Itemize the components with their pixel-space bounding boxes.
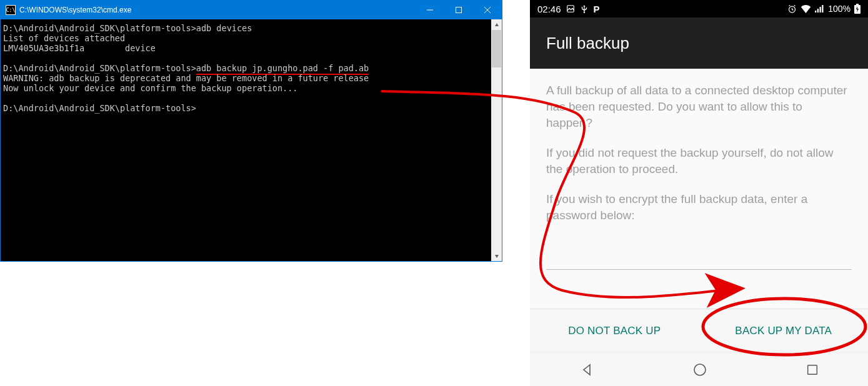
android-device: 02:46 P 100% Full backup — [529, 0, 868, 386]
status-clock: 02:46 — [537, 4, 561, 14]
backup-para-1: A full backup of all data to a connected… — [546, 82, 852, 131]
android-appbar: Full backup — [530, 17, 868, 69]
backup-dialog-actions: DO NOT BACK UP BACK UP MY DATA — [530, 309, 868, 352]
battery-charging-icon — [854, 4, 861, 14]
nav-back-icon[interactable] — [579, 362, 594, 377]
cmd-window-title: C:\WINDOWS\system32\cmd.exe — [19, 6, 416, 14]
wifi-icon — [801, 4, 811, 13]
image-icon — [566, 4, 575, 13]
nav-recent-icon[interactable] — [806, 363, 819, 377]
minimize-button[interactable] — [416, 1, 444, 19]
alarm-icon — [787, 4, 797, 14]
svg-rect-6 — [822, 5, 823, 12]
scroll-down-button[interactable] — [491, 250, 502, 261]
svg-rect-5 — [820, 7, 821, 12]
android-statusbar: 02:46 P 100% — [530, 0, 868, 17]
svg-point-9 — [694, 364, 706, 375]
cell-signal-icon — [815, 4, 824, 13]
svg-rect-8 — [856, 4, 859, 5]
close-button[interactable] — [473, 1, 502, 19]
cmd-icon: C:\ — [6, 5, 16, 15]
backup-para-3: If you wish to encrypt the full backup d… — [546, 191, 852, 224]
svg-rect-3 — [815, 11, 816, 12]
svg-rect-0 — [456, 7, 462, 13]
scroll-up-button[interactable] — [491, 19, 502, 30]
scroll-track[interactable] — [491, 30, 502, 250]
status-battery-text: 100% — [828, 4, 851, 14]
app-p-icon: P — [594, 4, 600, 14]
svg-rect-10 — [807, 365, 817, 374]
window-controls — [416, 1, 502, 19]
backup-para-2: If you did not request the backup yourse… — [546, 145, 852, 177]
scroll-thumb[interactable] — [492, 30, 501, 67]
cmd-terminal-output[interactable]: D:\Android\Android_SDK\platform-tools>ad… — [1, 19, 491, 261]
usb-icon — [580, 4, 589, 13]
back-up-my-data-button[interactable]: BACK UP MY DATA — [699, 309, 869, 352]
svg-rect-4 — [817, 9, 819, 12]
backup-password-input[interactable] — [546, 247, 852, 270]
backup-dialog-content: A full backup of all data to a connected… — [530, 69, 868, 309]
do-not-back-up-button[interactable]: DO NOT BACK UP — [530, 309, 699, 352]
cmd-window: C:\ C:\WINDOWS\system32\cmd.exe D:\Andro… — [0, 0, 502, 262]
android-navbar — [530, 352, 868, 386]
nav-home-icon[interactable] — [692, 362, 707, 377]
maximize-button[interactable] — [444, 1, 473, 19]
cmd-titlebar[interactable]: C:\ C:\WINDOWS\system32\cmd.exe — [1, 1, 502, 19]
cmd-scrollbar[interactable] — [491, 19, 502, 261]
appbar-title: Full backup — [546, 34, 629, 53]
